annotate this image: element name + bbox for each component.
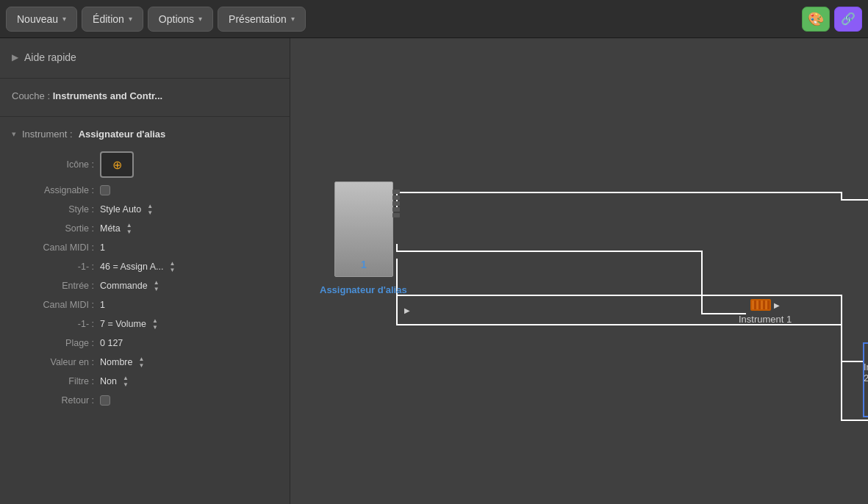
assignable-checkbox[interactable]: [100, 185, 110, 195]
instrument-name: Assignateur d'alias: [79, 129, 166, 140]
minus1b-row: -1- : 7 = Volume ▲ ▼: [0, 314, 290, 334]
canal-midi-1-label: Canal MIDI :: [12, 242, 100, 253]
aide-rapide-label: Aide rapide: [24, 51, 76, 63]
sortie-value: Méta: [100, 223, 121, 234]
valeur-en-label: Valeur en :: [12, 357, 100, 367]
alias-tab-4: [392, 207, 400, 212]
icone-box[interactable]: ⊕: [100, 151, 134, 178]
assignable-label: Assignable :: [12, 185, 100, 195]
options-label: Options: [159, 13, 194, 25]
palette-icon: 🎨: [808, 11, 824, 27]
instrument-chevron[interactable]: ▾: [12, 129, 16, 139]
minus1b-stepper[interactable]: ▲ ▼: [152, 318, 158, 331]
alias-block-inner: 1: [334, 181, 393, 277]
instrument-header: ▾ Instrument : Assignateur d'alias: [0, 123, 290, 148]
entree-stepper-row: Commande ▲ ▼: [100, 280, 159, 292]
instrument-2-lower-node[interactable]: ▶ Instrument 2: [864, 347, 868, 384]
alias-tab-3: [392, 201, 400, 206]
instrument-label: Instrument :: [22, 129, 73, 140]
filtre-row: Filtre : Non ▲ ▼: [0, 372, 290, 391]
minus1-stepper-row: 46 = Assign A... ▲ ▼: [100, 261, 175, 273]
sortie-up[interactable]: ▲: [126, 223, 132, 228]
retour-row: Retour :: [0, 391, 290, 410]
style-stepper-row: Style Auto ▲ ▼: [100, 204, 153, 216]
instrument-1-icon: [750, 299, 771, 311]
right-canvas[interactable]: 1 Assignateur d'alias ▶ ▶ Instrument 1 ▶…: [290, 38, 868, 504]
style-down[interactable]: ▼: [147, 210, 153, 216]
minus1-down[interactable]: ▼: [170, 267, 176, 273]
instrument-1-node[interactable]: ▶ Instrument 1: [739, 299, 792, 325]
sortie-row: Sortie : Méta ▲ ▼: [0, 219, 290, 238]
alias-tab-5: [392, 213, 400, 217]
presentation-button[interactable]: Présentation ▾: [218, 7, 306, 32]
edition-chevron: ▾: [129, 15, 132, 23]
assignable-row: Assignable :: [0, 181, 290, 200]
alias-arrow-right: ▶: [404, 306, 410, 314]
minus1-row: -1- : 46 = Assign A... ▲ ▼: [0, 257, 290, 276]
plage-label: Plage :: [12, 338, 100, 348]
filtre-down[interactable]: ▼: [123, 382, 129, 388]
entree-value: Commande: [100, 281, 148, 291]
link-button[interactable]: 🔗: [834, 7, 862, 32]
filtre-stepper-row: Non ▲ ▼: [100, 375, 129, 388]
minus1-label: -1- :: [12, 262, 100, 272]
sortie-stepper[interactable]: ▲ ▼: [126, 223, 132, 235]
presentation-label: Présentation: [229, 13, 287, 25]
couche-label: Couche :: [12, 90, 53, 101]
minus1b-up[interactable]: ▲: [152, 318, 158, 324]
plage-value: 0 127: [100, 338, 123, 348]
sortie-label: Sortie :: [12, 223, 100, 234]
minus1-stepper[interactable]: ▲ ▼: [170, 261, 176, 273]
style-stepper[interactable]: ▲ ▼: [147, 204, 153, 216]
canal-midi-1-value: 1: [100, 242, 105, 253]
instrument-2-lower-label: Instrument 2: [864, 361, 868, 384]
sortie-down[interactable]: ▼: [126, 229, 132, 235]
style-label: Style :: [12, 204, 100, 215]
nouveau-label: Nouveau: [17, 13, 58, 25]
minus1-value: 46 = Assign A...: [100, 262, 164, 272]
nouveau-button[interactable]: Nouveau ▾: [6, 7, 77, 32]
valeur-en-up[interactable]: ▲: [138, 356, 144, 362]
retour-checkbox[interactable]: [100, 395, 110, 406]
minus1b-label: -1- :: [12, 319, 100, 329]
valeur-en-stepper[interactable]: ▲ ▼: [138, 356, 144, 369]
icone-icon: ⊕: [112, 158, 122, 172]
filtre-value: Non: [100, 376, 117, 386]
sortie-stepper-row: Méta ▲ ▼: [100, 223, 132, 235]
couche-row: Couche : Instruments and Contr...: [0, 84, 290, 110]
filtre-label: Filtre :: [12, 376, 100, 386]
alias-block[interactable]: 1 Assignateur d'alias: [334, 181, 401, 277]
instrument-1-label: Instrument 1: [739, 314, 792, 325]
valeur-en-value: Nombre: [100, 357, 132, 367]
main-area: ▶ Aide rapide Couche : Instruments and C…: [0, 38, 868, 504]
edition-label: Édition: [93, 13, 124, 25]
options-button[interactable]: Options ▾: [148, 7, 213, 32]
minus1-up[interactable]: ▲: [170, 261, 176, 267]
alias-block-tabs: [392, 190, 400, 217]
valeur-en-down[interactable]: ▼: [138, 363, 144, 369]
aide-rapide-chevron: ▶: [12, 52, 18, 62]
filtre-stepper[interactable]: ▲ ▼: [123, 375, 129, 388]
divider-1: [0, 78, 290, 79]
entree-up[interactable]: ▲: [154, 280, 159, 286]
edition-button[interactable]: Édition ▾: [82, 7, 143, 32]
entree-row: Entrée : Commande ▲ ▼: [0, 276, 290, 295]
instrument-1-arrow: ▶: [774, 301, 780, 309]
entree-down[interactable]: ▼: [154, 287, 159, 292]
alias-tab-2: [392, 195, 400, 200]
plage-row: Plage : 0 127: [0, 334, 290, 353]
style-up[interactable]: ▲: [147, 204, 153, 209]
entree-stepper[interactable]: ▲ ▼: [154, 280, 159, 292]
alias-tab-1: [392, 190, 400, 194]
couche-value: Instruments and Contr...: [53, 90, 163, 101]
canal-midi-2-row: Canal MIDI : 1: [0, 295, 290, 314]
canal-midi-2-label: Canal MIDI :: [12, 300, 100, 310]
toolbar: Nouveau ▾ Édition ▾ Options ▾ Présentati…: [0, 0, 868, 38]
style-value: Style Auto: [100, 204, 141, 215]
minus1b-value: 7 = Volume: [100, 319, 146, 329]
filtre-up[interactable]: ▲: [123, 375, 129, 381]
palette-button[interactable]: 🎨: [802, 7, 830, 32]
instrument-1-connector: ▶: [750, 299, 780, 311]
minus1b-down[interactable]: ▼: [152, 325, 158, 331]
nouveau-chevron: ▾: [62, 15, 66, 23]
